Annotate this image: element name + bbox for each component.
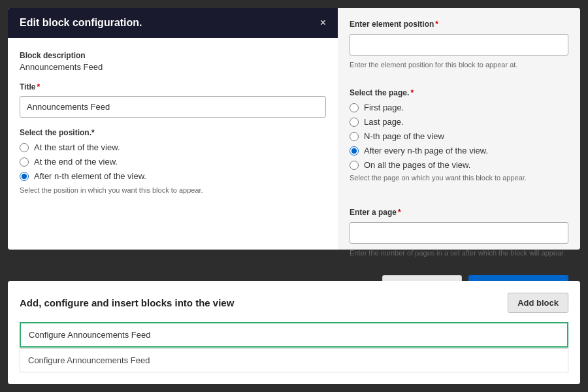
title-label: Title* [20, 82, 326, 91]
position-radio-end[interactable] [20, 157, 29, 167]
element-position-label: Enter element position* [350, 20, 568, 29]
add-block-button[interactable]: Add block [508, 293, 568, 313]
list-item[interactable]: Configure Announcements Feed [20, 322, 568, 348]
element-position-group: Enter element position* Enter the elemen… [350, 20, 568, 78]
position-label: Select the position.* [20, 128, 326, 137]
page-option-every-nth[interactable]: After every n-th page of the view. [350, 146, 568, 155]
block-list: Configure Announcements Feed Configure A… [20, 322, 568, 372]
page-radio-last[interactable] [350, 118, 359, 127]
list-item[interactable]: Configure Announcements Feed [20, 348, 568, 372]
position-option-start[interactable]: At the start of the view. [20, 142, 326, 152]
position-hint: Select the position in which you want th… [20, 186, 326, 194]
page-select-label: Select the page.* [350, 88, 568, 97]
page-radio-first[interactable] [350, 103, 359, 112]
page-option-last[interactable]: Last page. [350, 117, 568, 127]
block-description-group: Block description Announcements Feed [20, 51, 326, 72]
modal-area: Edit block configuration. × Block descri… [8, 8, 580, 250]
modal-header: Edit block configuration. × [8, 8, 338, 38]
bottom-title: Add, configure and insert blocks into th… [20, 297, 234, 308]
enter-page-label: Enter a page* [350, 208, 568, 217]
left-panel: Edit block configuration. × Block descri… [8, 8, 338, 250]
bottom-header: Add, configure and insert blocks into th… [20, 293, 568, 313]
title-field-group: Title* [20, 82, 326, 118]
page-select-hint: Select the page on which you want this b… [350, 174, 568, 182]
right-panel: Enter element position* Enter the elemen… [338, 8, 580, 250]
close-button[interactable]: × [320, 18, 326, 28]
title-input[interactable] [20, 96, 326, 118]
bottom-section: Add, configure and insert blocks into th… [8, 281, 580, 384]
page-radio-nth-view[interactable] [350, 132, 359, 141]
position-option-nth[interactable]: After n-th element of the view. [20, 171, 326, 181]
page-select-group: Select the page.* First page. Last page.… [350, 88, 568, 191]
element-position-input[interactable] [350, 34, 568, 56]
page-option-all[interactable]: On all the pages of the view. [350, 160, 568, 170]
page-radio-group: First page. Last page. N-th page of the … [350, 103, 568, 170]
modal-title: Edit block configuration. [20, 17, 142, 29]
enter-page-section: Enter a page* Enter the number of pages … [350, 208, 568, 266]
enter-page-input[interactable] [350, 222, 568, 244]
position-radio-group: At the start of the view. At the end of … [20, 142, 326, 181]
position-radio-nth[interactable] [20, 172, 29, 181]
position-radio-start[interactable] [20, 143, 29, 152]
enter-page-hint: Enter the number of pages in a set after… [350, 249, 568, 257]
position-option-end[interactable]: At the end of the view. [20, 157, 326, 167]
position-section: Select the position.* At the start of th… [20, 128, 326, 194]
page-radio-all[interactable] [350, 161, 359, 170]
page-option-first[interactable]: First page. [350, 103, 568, 112]
page-radio-every-nth[interactable] [350, 146, 359, 155]
block-description-label: Block description [20, 51, 326, 60]
block-description-value: Announcements Feed [20, 62, 326, 72]
left-panel-body: Block description Announcements Feed Tit… [8, 38, 338, 250]
page-option-nth-view[interactable]: N-th page of the view [350, 131, 568, 141]
element-position-hint: Enter the element position for this bloc… [350, 61, 568, 69]
